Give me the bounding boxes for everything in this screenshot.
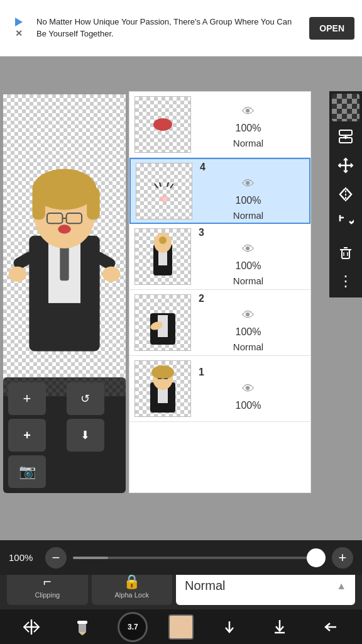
chevron-up-icon: ▲ (336, 580, 346, 592)
blend-mode-text: Normal (185, 579, 225, 593)
transform-button[interactable] (332, 209, 359, 237)
layer-number: 2 (199, 293, 204, 304)
add-layer-button[interactable]: + (8, 382, 46, 415)
layer-info: 3 👁 100% Normal (191, 227, 305, 286)
layer-info: 4 👁 100% Normal (192, 162, 304, 221)
eye-icon[interactable]: 👁 (242, 308, 255, 323)
clipping-label: Clipping (35, 591, 60, 599)
svg-rect-40 (342, 250, 349, 258)
layer-item[interactable]: 👁 100% Normal (129, 92, 310, 158)
flatten-icon: ⬇ (80, 428, 90, 442)
svg-point-31 (151, 365, 174, 379)
layer-number: 1 (199, 367, 204, 378)
camera-icon: 📷 (19, 464, 36, 480)
bottom-toolbar: 3.7 (0, 609, 362, 644)
zoom-bar: 100% − + (0, 540, 362, 575)
layer-opacity: 100% (236, 260, 261, 272)
thumb-svg (139, 166, 189, 216)
transform-tool-button[interactable] (16, 612, 47, 642)
down-arrow-button[interactable] (214, 612, 244, 642)
close-icon: ✕ (15, 28, 23, 38)
svg-line-17 (160, 182, 161, 187)
zoom-percent-label: 100% (9, 552, 39, 563)
ad-icon: ✕ (8, 17, 30, 40)
zoom-thumb[interactable] (307, 548, 326, 567)
thumb-svg (138, 99, 188, 150)
plus-icon: + (23, 391, 31, 407)
add-small-button[interactable]: + (8, 419, 46, 452)
eye-icon[interactable]: 👁 (242, 177, 255, 191)
zoom-slider[interactable] (73, 557, 326, 559)
more-icon: ⋮ (338, 274, 353, 289)
layer-panel[interactable]: 👁 100% Normal (129, 91, 311, 493)
svg-point-10 (58, 225, 70, 233)
eye-icon[interactable]: 👁 (242, 242, 255, 257)
checker-button[interactable] (332, 94, 359, 121)
brush-size-value: 3.7 (128, 623, 138, 631)
flatten-button[interactable]: ⬇ (67, 419, 104, 452)
layer-blend-mode: Normal (233, 210, 263, 221)
pencil-icon (74, 618, 91, 636)
layer-item[interactable]: 1 👁 100% (129, 356, 310, 422)
layer-item[interactable]: 3 👁 100% Normal (129, 224, 310, 290)
flip-button[interactable] (332, 180, 359, 208)
transform-tool-icon (21, 617, 41, 637)
svg-rect-6 (87, 187, 99, 219)
layer-blend-mode: Normal (233, 341, 263, 352)
svg-line-16 (155, 184, 158, 188)
layer-opacity: 100% (236, 123, 261, 134)
trash-button[interactable] (332, 238, 359, 266)
svg-point-14 (102, 267, 121, 282)
back-button[interactable] (315, 612, 346, 642)
right-toolbar: ⋮ (329, 91, 362, 297)
color-swatch[interactable] (168, 614, 194, 640)
zoom-plus-button[interactable]: + (332, 547, 353, 569)
layer-opacity: 100% (236, 400, 261, 411)
thumb-svg (138, 364, 188, 414)
layer-item[interactable]: 2 👁 100% Normal (129, 290, 310, 356)
eye-icon[interactable]: 👁 (242, 104, 255, 119)
layer-number: 3 (199, 227, 204, 238)
layer-info: 👁 100% Normal (191, 101, 305, 148)
layer-blend-mode: Normal (233, 275, 263, 286)
zoom-minus-button[interactable]: − (45, 547, 67, 569)
layer-item[interactable]: 4 👁 100% Normal (129, 158, 310, 224)
svg-line-19 (167, 182, 168, 187)
down-arrow-2-button[interactable] (265, 612, 295, 642)
merge-down-icon (337, 128, 354, 145)
lock-icon: 🔒 (123, 574, 140, 590)
svg-rect-47 (77, 621, 87, 624)
merge-down-button[interactable] (332, 123, 359, 150)
svg-line-18 (170, 184, 173, 188)
eye-icon[interactable]: 👁 (242, 382, 255, 396)
down-arrow-2-icon (272, 619, 288, 635)
canvas-area: + ↺ + ⬇ 📷 👁 (0, 57, 362, 575)
left-toolbar: + ↺ + ⬇ 📷 (3, 377, 126, 493)
pencil-tool-button[interactable] (67, 612, 97, 642)
layer-number: 4 (200, 162, 206, 173)
svg-rect-5 (32, 187, 45, 219)
trash-icon (337, 244, 354, 260)
ad-open-button[interactable]: OPEN (309, 17, 354, 40)
flip-button[interactable]: ↺ (67, 382, 104, 415)
brush-size-display[interactable]: 3.7 (118, 612, 148, 642)
svg-point-20 (159, 196, 169, 202)
move-button[interactable] (332, 152, 359, 179)
more-button[interactable]: ⋮ (332, 267, 359, 295)
layer-thumbnail (134, 294, 191, 351)
camera-button[interactable]: 📷 (8, 455, 46, 488)
layer-thumbnail (136, 163, 192, 219)
play-icon (15, 18, 23, 26)
layer-info: 2 👁 100% Normal (191, 293, 305, 352)
move-icon (337, 157, 354, 174)
svg-point-13 (9, 267, 27, 282)
layer-blend-mode: Normal (233, 138, 263, 148)
svg-point-15 (153, 118, 172, 131)
canvas-preview[interactable] (3, 94, 126, 396)
flip-icon: ↺ (80, 392, 90, 406)
thumb-svg (138, 297, 188, 348)
ad-banner: ✕ No Matter How Unique Your Passion, The… (0, 0, 362, 57)
svg-rect-34 (339, 130, 352, 135)
character-svg (3, 94, 126, 396)
svg-point-24 (159, 236, 167, 244)
